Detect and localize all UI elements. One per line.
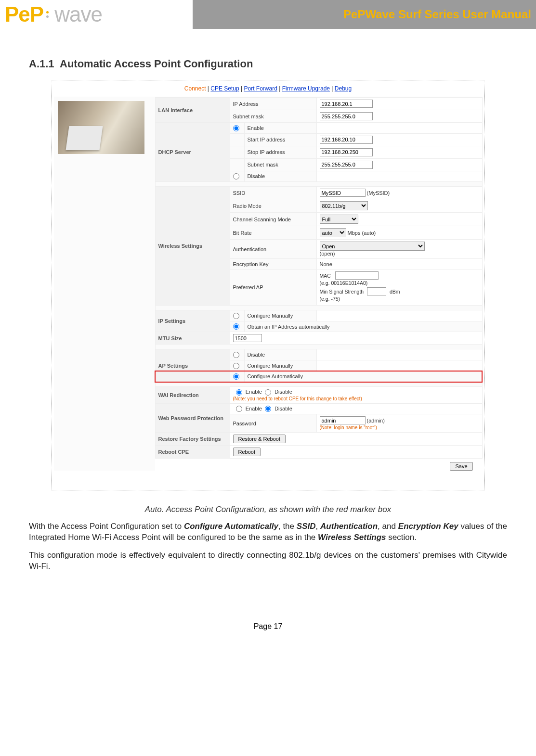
logo: PeP wave <box>0 2 193 26</box>
ap-manual-label: Configure Manually <box>244 360 316 371</box>
header-bar: PePWave Surf Series User Manual <box>193 0 536 29</box>
ap-section-label: AP Settings <box>155 349 230 382</box>
ip-section-label: IP Settings <box>155 310 230 332</box>
web-section-label: Web Password Protection <box>155 403 230 433</box>
dbm-unit: dBm <box>390 289 400 295</box>
ap-manual-radio[interactable] <box>233 363 239 369</box>
nav-debug[interactable]: Debug <box>335 85 352 92</box>
min-signal-label: Min Signal Strength <box>320 289 364 295</box>
section-heading: A.1.1 Automatic Access Point Configurati… <box>29 58 507 70</box>
mac-label: MAC <box>320 273 331 279</box>
ip-auto-radio[interactable] <box>233 323 239 330</box>
section-title-text: Automatic Access Point Configuration <box>60 58 253 70</box>
top-nav: Connect | CPE Setup | Port Forward | Fir… <box>54 82 483 97</box>
ip-manual-label: Configure Manually <box>244 310 316 321</box>
dhcp-disable-radio[interactable] <box>233 173 239 179</box>
config-screenshot: Connect | CPE Setup | Port Forward | Fir… <box>52 80 485 490</box>
reboot-section-label: Reboot CPE <box>155 446 230 459</box>
wai-section-label: WAI Redirection <box>155 387 230 404</box>
mac-input[interactable] <box>335 271 379 280</box>
password-label: Password <box>230 414 316 433</box>
radio-mode-label: Radio Mode <box>230 199 316 213</box>
password-input[interactable] <box>320 416 366 424</box>
radio-mode-select[interactable]: 802.11b/g <box>320 201 368 210</box>
web-disable-radio[interactable] <box>265 406 271 412</box>
preferred-ap-label: Preferred AP <box>230 269 316 306</box>
paragraph-2: This configuration mode is effectively e… <box>29 550 507 572</box>
ssid-label: SSID <box>230 187 316 199</box>
wai-disable-radio[interactable] <box>265 389 271 396</box>
encryption-label: Encryption Key <box>230 259 316 269</box>
reboot-button[interactable]: Reboot <box>233 448 261 456</box>
password-note: (Note: login name is "root") <box>320 425 377 430</box>
min-signal-input[interactable] <box>367 287 386 295</box>
lan-subnet-label: Subnet mask <box>230 110 316 123</box>
restore-section-label: Restore Factory Settings <box>155 433 230 446</box>
ap-disable-radio[interactable] <box>233 352 239 358</box>
sidebar-photo <box>58 101 144 154</box>
logo-wave-text: wave <box>54 2 102 26</box>
dhcp-subnet-input[interactable] <box>320 161 373 169</box>
logo-dots <box>46 11 49 18</box>
mtu-input[interactable] <box>233 334 262 342</box>
paragraph-1: With the Access Point Configuration set … <box>29 521 507 543</box>
scan-mode-label: Channel Scanning Mode <box>230 213 316 226</box>
nav-port-forward[interactable]: Port Forward <box>244 85 277 92</box>
wireless-section-label: Wireless Settings <box>155 187 230 306</box>
dhcp-start-label: Start IP address <box>244 133 316 146</box>
section-number: A.1.1 <box>29 58 54 70</box>
lan-subnet-input[interactable] <box>320 112 373 120</box>
lan-section-label: LAN Interface <box>155 98 230 123</box>
wai-enable-radio[interactable] <box>236 389 242 396</box>
ip-auto-label: Obtain an IP Address automatically <box>244 321 482 332</box>
web-enable-label: Enable <box>246 406 262 411</box>
auth-label: Authentication <box>230 240 316 259</box>
wai-disable-label: Disable <box>275 389 292 395</box>
lan-ip-label: IP Address <box>230 98 316 110</box>
dhcp-disable-label: Disable <box>244 171 316 182</box>
ssid-input[interactable] <box>320 189 366 197</box>
web-disable-label: Disable <box>275 406 292 411</box>
ip-manual-radio[interactable] <box>233 313 239 319</box>
dhcp-enable-radio[interactable] <box>233 125 239 131</box>
mac-hint: (e.g. 00116E1014A0) <box>320 280 368 286</box>
page-footer: Page 17 <box>0 622 536 645</box>
dhcp-stop-input[interactable] <box>320 148 373 156</box>
dhcp-stop-label: Stop IP address <box>244 146 316 158</box>
dhcp-start-input[interactable] <box>320 136 373 144</box>
dhcp-section-label: DHCP Server <box>155 123 230 182</box>
nav-connect[interactable]: Connect <box>184 85 206 92</box>
dhcp-subnet-label: Subnet mask <box>244 158 316 171</box>
ap-auto-radio[interactable] <box>233 373 239 380</box>
auth-select[interactable]: Open <box>320 242 425 251</box>
manual-title: PePWave Surf Series User Manual <box>343 8 531 21</box>
wai-enable-label: Enable <box>246 389 262 395</box>
ap-disable-label: Disable <box>244 349 316 360</box>
bitrate-label: Bit Rate <box>230 226 316 240</box>
page-header: PeP wave PePWave Surf Series User Manual <box>0 0 536 29</box>
nav-cpe-setup[interactable]: CPE Setup <box>210 85 239 92</box>
mtu-section-label: MTU Size <box>155 332 230 345</box>
left-sidebar <box>54 97 155 471</box>
ssid-hint: (MySSID) <box>367 190 390 196</box>
web-enable-radio[interactable] <box>236 406 242 412</box>
min-signal-hint: (e.g. -75) <box>320 296 340 302</box>
scan-mode-select[interactable]: Full <box>320 215 358 224</box>
bitrate-hint: Mbps (auto) <box>348 230 376 236</box>
encryption-value: None <box>316 259 482 269</box>
figure-caption: Auto. Access Point Configuration, as sho… <box>29 505 507 514</box>
logo-pep-text: PeP <box>5 2 43 26</box>
auth-hint: (open) <box>320 251 335 256</box>
wai-note: (Note: you need to reboot CPE for this c… <box>233 396 362 401</box>
ap-auto-label: Configure Automatically <box>244 371 482 382</box>
bitrate-select[interactable]: auto <box>320 228 346 237</box>
restore-button[interactable]: Restore & Reboot <box>233 435 286 443</box>
dhcp-enable-label: Enable <box>244 123 316 134</box>
lan-ip-input[interactable] <box>320 100 373 108</box>
settings-table: LAN Interface IP Address Subnet mask DHC… <box>155 97 483 459</box>
password-hint: (admin) <box>367 418 385 423</box>
save-button[interactable]: Save <box>450 462 472 471</box>
nav-firmware[interactable]: Firmware Upgrade <box>282 85 330 92</box>
